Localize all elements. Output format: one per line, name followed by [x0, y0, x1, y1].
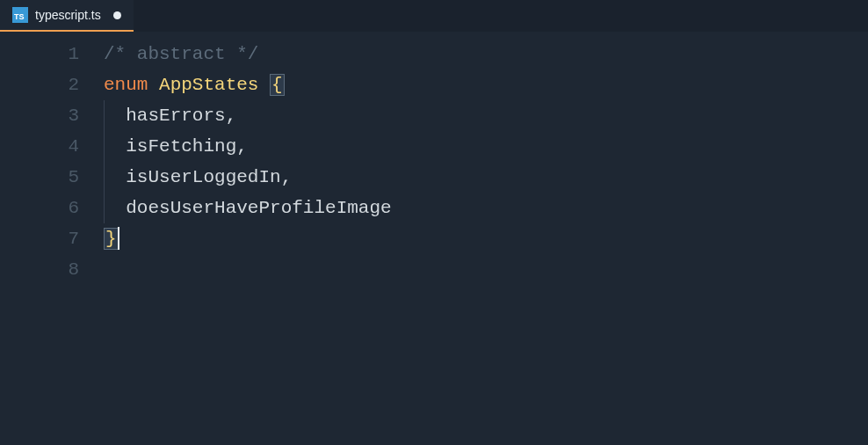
punctuation-token: ,	[236, 136, 248, 157]
line-number: 4	[0, 131, 79, 162]
indent-guide	[104, 131, 105, 162]
identifier-token: isFetching	[126, 136, 236, 157]
type-token: AppStates	[159, 75, 258, 95]
tab-filename: typescript.ts	[35, 8, 101, 22]
line-number: 5	[0, 162, 79, 193]
line-number: 7	[0, 223, 79, 254]
brace-close-token: }	[104, 228, 119, 250]
typescript-icon: TS	[12, 7, 28, 23]
dirty-indicator-icon	[113, 11, 121, 19]
code-line: isFetching,	[104, 131, 392, 162]
punctuation-token: ,	[226, 106, 237, 126]
indent-guide	[104, 100, 105, 131]
identifier-token: isUserLoggedIn	[126, 167, 280, 187]
identifier-token: doesUserHaveProfileImage	[126, 198, 391, 218]
indent-guide	[104, 193, 105, 223]
line-number: 3	[0, 100, 79, 131]
code-line: isUserLoggedIn,	[104, 162, 392, 193]
tab-bar: TS typescript.ts	[0, 0, 868, 32]
line-number: 8	[0, 254, 79, 285]
brace-open-token: {	[270, 74, 285, 96]
line-number-gutter: 1 2 3 4 5 6 7 8	[0, 39, 104, 285]
code-line: }	[104, 223, 392, 254]
indent-guide	[104, 162, 105, 193]
code-line: hasErrors,	[104, 100, 392, 131]
code-line: doesUserHaveProfileImage	[104, 193, 392, 223]
text-cursor	[118, 227, 119, 250]
editor-tab-typescript[interactable]: TS typescript.ts	[0, 0, 134, 32]
keyword-token: enum	[104, 75, 148, 95]
code-line: /* abstract */	[104, 39, 392, 69]
code-line: enum AppStates {	[104, 69, 392, 100]
code-line	[104, 254, 392, 285]
line-number: 1	[0, 39, 79, 69]
comment-token: /* abstract */	[104, 44, 258, 64]
punctuation-token: ,	[281, 167, 293, 187]
code-content[interactable]: /* abstract */ enum AppStates { hasError…	[104, 39, 392, 285]
identifier-token: hasErrors	[126, 106, 225, 126]
line-number: 6	[0, 193, 79, 223]
code-editor[interactable]: 1 2 3 4 5 6 7 8 /* abstract */ enum AppS…	[0, 32, 868, 285]
line-number: 2	[0, 69, 79, 100]
